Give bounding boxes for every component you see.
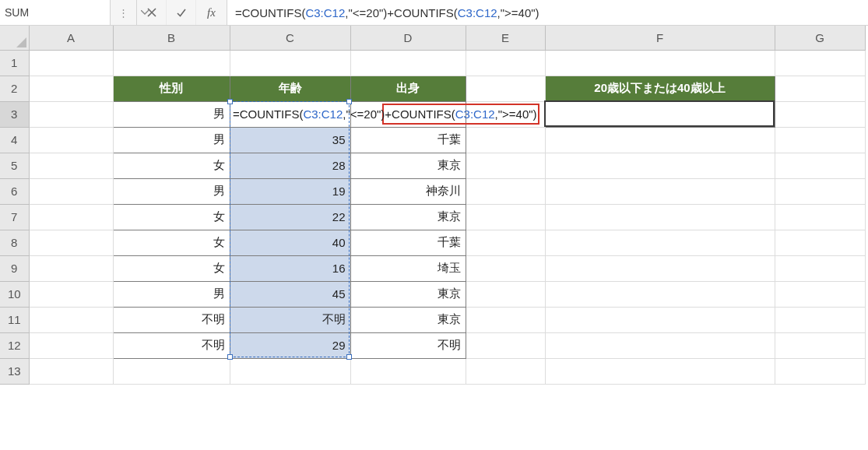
cell-E6[interactable] bbox=[466, 178, 545, 204]
cell-A12[interactable] bbox=[29, 332, 113, 358]
cell-F7[interactable] bbox=[545, 204, 775, 230]
cell-D6[interactable]: 神奈川 bbox=[350, 178, 466, 204]
column-header-f[interactable]: F bbox=[545, 26, 775, 50]
cell-E5[interactable] bbox=[466, 153, 545, 178]
cell-F9[interactable] bbox=[545, 255, 775, 281]
cell-C7[interactable]: 22 bbox=[230, 204, 350, 230]
cell-E12[interactable] bbox=[466, 332, 545, 358]
cell-B6[interactable]: 男 bbox=[113, 178, 230, 204]
cell-F10[interactable] bbox=[545, 281, 775, 307]
cell-D10[interactable]: 東京 bbox=[350, 281, 466, 307]
cell-G5[interactable] bbox=[775, 153, 865, 178]
cell-A1[interactable] bbox=[29, 50, 113, 76]
cell-F11[interactable] bbox=[545, 307, 775, 332]
cell-G7[interactable] bbox=[775, 204, 865, 230]
cell-F5[interactable] bbox=[545, 153, 775, 178]
cell-G6[interactable] bbox=[775, 178, 865, 204]
cell-A6[interactable] bbox=[29, 178, 113, 204]
cell-G3[interactable] bbox=[775, 101, 865, 127]
cell-G2[interactable] bbox=[775, 76, 865, 101]
cell-B8[interactable]: 女 bbox=[113, 230, 230, 255]
cell-A5[interactable] bbox=[29, 153, 113, 178]
cell-D12[interactable]: 不明 bbox=[350, 332, 466, 358]
cell-C13[interactable] bbox=[230, 358, 350, 384]
cell-B3[interactable]: 男 bbox=[113, 101, 230, 127]
cell-G1[interactable] bbox=[775, 50, 865, 76]
cell-F12[interactable] bbox=[545, 332, 775, 358]
row-header-11[interactable]: 11 bbox=[0, 307, 29, 332]
cell-C12[interactable]: 29 bbox=[230, 332, 350, 358]
row-header-3[interactable]: 3 bbox=[0, 101, 29, 127]
formula-input[interactable]: =COUNTIFS(C3:C12,"<=20")+COUNTIFS(C3:C12… bbox=[227, 0, 868, 25]
cell-A4[interactable] bbox=[29, 127, 113, 153]
cell-F3[interactable] bbox=[545, 101, 775, 127]
cell-B13[interactable] bbox=[113, 358, 230, 384]
cell-A8[interactable] bbox=[29, 230, 113, 255]
row-header-10[interactable]: 10 bbox=[0, 281, 29, 307]
cell-A11[interactable] bbox=[29, 307, 113, 332]
cell-G13[interactable] bbox=[775, 358, 865, 384]
row-header-13[interactable]: 13 bbox=[0, 358, 29, 384]
column-header-e[interactable]: E bbox=[466, 26, 545, 50]
cell-E7[interactable] bbox=[466, 204, 545, 230]
cell-C6[interactable]: 19 bbox=[230, 178, 350, 204]
cell-F4[interactable] bbox=[545, 127, 775, 153]
cell-E9[interactable] bbox=[466, 255, 545, 281]
enter-button[interactable] bbox=[167, 0, 196, 25]
cancel-button[interactable] bbox=[137, 0, 167, 25]
cell-A3[interactable] bbox=[29, 101, 113, 127]
cell-G10[interactable] bbox=[775, 281, 865, 307]
cell-B1[interactable] bbox=[113, 50, 230, 76]
cell-D1[interactable] bbox=[350, 50, 466, 76]
cell-B4[interactable]: 男 bbox=[113, 127, 230, 153]
cell-D11[interactable]: 東京 bbox=[350, 307, 466, 332]
column-header-a[interactable]: A bbox=[29, 26, 113, 50]
cell-D7[interactable]: 東京 bbox=[350, 204, 466, 230]
insert-function-button[interactable]: fx bbox=[196, 0, 227, 25]
cell-E4[interactable] bbox=[466, 127, 545, 153]
cell-C8[interactable]: 40 bbox=[230, 230, 350, 255]
cell-D2[interactable]: 出身 bbox=[350, 76, 466, 101]
cell-D9[interactable]: 埼玉 bbox=[350, 255, 466, 281]
cell-G12[interactable] bbox=[775, 332, 865, 358]
cell-C11[interactable]: 不明 bbox=[230, 307, 350, 332]
cell-B12[interactable]: 不明 bbox=[113, 332, 230, 358]
row-header-4[interactable]: 4 bbox=[0, 127, 29, 153]
cell-C2[interactable]: 年齢 bbox=[230, 76, 350, 101]
cell-D5[interactable]: 東京 bbox=[350, 153, 466, 178]
column-header-g[interactable]: G bbox=[775, 26, 865, 50]
cell-D8[interactable]: 千葉 bbox=[350, 230, 466, 255]
row-header-2[interactable]: 2 bbox=[0, 76, 29, 101]
cell-C3[interactable] bbox=[230, 101, 350, 127]
cell-E10[interactable] bbox=[466, 281, 545, 307]
cell-B7[interactable]: 女 bbox=[113, 204, 230, 230]
cell-E3[interactable] bbox=[466, 101, 545, 127]
cell-G11[interactable] bbox=[775, 307, 865, 332]
formula-bar-splitter[interactable]: ⋮ bbox=[111, 0, 137, 25]
cell-B9[interactable]: 女 bbox=[113, 255, 230, 281]
column-header-d[interactable]: D bbox=[350, 26, 466, 50]
cell-C5[interactable]: 28 bbox=[230, 153, 350, 178]
cell-D13[interactable] bbox=[350, 358, 466, 384]
cell-E11[interactable] bbox=[466, 307, 545, 332]
cell-C9[interactable]: 16 bbox=[230, 255, 350, 281]
column-header-b[interactable]: B bbox=[113, 26, 230, 50]
cell-F6[interactable] bbox=[545, 178, 775, 204]
cell-A7[interactable] bbox=[29, 204, 113, 230]
cell-C10[interactable]: 45 bbox=[230, 281, 350, 307]
cell-F13[interactable] bbox=[545, 358, 775, 384]
cell-F1[interactable] bbox=[545, 50, 775, 76]
cell-F8[interactable] bbox=[545, 230, 775, 255]
cell-G9[interactable] bbox=[775, 255, 865, 281]
cell-A10[interactable] bbox=[29, 281, 113, 307]
cell-A2[interactable] bbox=[29, 76, 113, 101]
cell-C4[interactable]: 35 bbox=[230, 127, 350, 153]
cell-E2[interactable] bbox=[466, 76, 545, 101]
row-header-5[interactable]: 5 bbox=[0, 153, 29, 178]
cell-C1[interactable] bbox=[230, 50, 350, 76]
cell-A13[interactable] bbox=[29, 358, 113, 384]
cell-F2[interactable]: 20歳以下または40歳以上 bbox=[545, 76, 775, 101]
row-header-1[interactable]: 1 bbox=[0, 50, 29, 76]
select-all-corner[interactable] bbox=[0, 26, 29, 50]
cell-E1[interactable] bbox=[466, 50, 545, 76]
